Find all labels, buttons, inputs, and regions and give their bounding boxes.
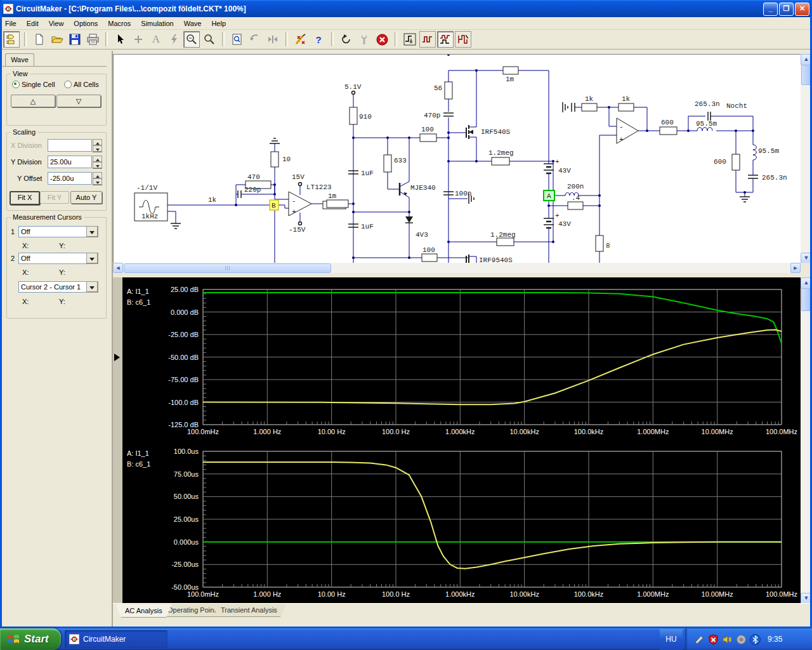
print-button[interactable] <box>84 31 101 48</box>
svg-text:200n: 200n <box>567 183 584 190</box>
scroll-left-icon[interactable]: ◄ <box>113 263 123 273</box>
minimize-button[interactable]: _ <box>763 3 778 16</box>
svg-text:1.2meg: 1.2meg <box>490 231 516 239</box>
security-shield-icon[interactable] <box>708 634 719 645</box>
tab-ac-analysis[interactable]: AC Analysis <box>115 604 172 618</box>
scroll-thumb[interactable] <box>801 65 811 85</box>
menu-wave[interactable]: Wave <box>179 18 207 29</box>
spin-up-icon[interactable] <box>93 172 102 178</box>
spin-up-icon[interactable] <box>93 156 102 162</box>
scroll-up-icon[interactable]: ▲ <box>801 277 812 289</box>
cell-down-button[interactable]: ▽ <box>56 95 101 107</box>
maximize-button[interactable]: ❐ <box>779 3 794 16</box>
spin-down-icon[interactable] <box>93 162 102 168</box>
delete-tool-button[interactable] <box>166 31 182 48</box>
chevron-down-icon[interactable] <box>86 226 98 237</box>
volume-icon[interactable] <box>722 634 733 645</box>
menu-help[interactable]: Help <box>206 18 231 29</box>
text-tool-button[interactable]: A <box>148 31 164 48</box>
scroll-right-icon[interactable]: ► <box>790 263 801 273</box>
y-division-input[interactable] <box>48 156 92 168</box>
single-cell-label: Single Cell <box>22 81 55 88</box>
x-division-label: X Division <box>11 142 42 149</box>
language-indicator[interactable]: HU <box>660 628 683 650</box>
chevron-down-icon[interactable] <box>86 281 98 293</box>
chevron-down-icon[interactable] <box>86 253 98 264</box>
reset-simulation-button[interactable] <box>338 31 355 48</box>
save-file-button[interactable] <box>67 31 83 48</box>
bluetooth-icon[interactable] <box>750 634 761 645</box>
parts-browser-button[interactable] <box>3 31 20 48</box>
x-division-input[interactable] <box>48 139 92 152</box>
zoom-tool-button[interactable] <box>183 31 200 48</box>
y-offset-input[interactable] <box>48 172 92 185</box>
stop-simulation-button[interactable] <box>374 31 390 48</box>
rotate-button[interactable] <box>247 31 263 48</box>
wire-tool-button[interactable] <box>130 31 147 48</box>
menu-file[interactable]: File <box>0 18 22 29</box>
svg-text:633: 633 <box>394 157 407 164</box>
schematic-hscrollbar[interactable]: ◄ ► <box>113 263 801 273</box>
scope-probe-mode-button[interactable] <box>402 31 418 48</box>
tab-wave[interactable]: Wave <box>5 53 34 67</box>
start-button[interactable]: Start <box>0 628 61 650</box>
tab-transient-analysis[interactable]: Transient Analysis <box>212 604 286 617</box>
mixed-wave-mode-button[interactable] <box>455 31 471 48</box>
thumb-grip <box>225 266 230 270</box>
menu-options[interactable]: Options <box>69 18 103 29</box>
menu-simulation[interactable]: Simulation <box>136 18 178 29</box>
svg-text:1.000kHz: 1.000kHz <box>445 590 475 598</box>
cursor-diff-select[interactable]: Cursor 2 - Cursor 1 <box>18 281 98 293</box>
cursor2-select[interactable]: Off <box>18 253 98 264</box>
analog-wave-mode-button[interactable] <box>437 31 454 48</box>
svg-text:LT1223: LT1223 <box>306 183 332 191</box>
auto-y-button[interactable]: Auto Y <box>70 191 102 204</box>
scroll-thumb[interactable] <box>124 263 331 273</box>
menu-edit[interactable]: Edit <box>22 18 44 29</box>
device-icon[interactable] <box>736 634 747 645</box>
y-division-spinner[interactable] <box>93 156 102 168</box>
waveform-vscrollbar[interactable]: ▲ ▼ <box>801 277 811 603</box>
probe-tool-button[interactable] <box>292 31 309 48</box>
y-offset-spinner[interactable] <box>93 172 102 185</box>
menu-view[interactable]: View <box>44 18 69 29</box>
all-cells-radio[interactable]: All Cells <box>64 81 99 88</box>
open-file-button[interactable] <box>49 31 65 48</box>
scroll-up-icon[interactable]: ▲ <box>801 54 812 65</box>
menu-macros[interactable]: Macros <box>103 18 136 29</box>
spin-down-icon[interactable] <box>93 178 102 185</box>
title-bar[interactable]: CircuitMaker - [C:\Program Files\...\com… <box>0 0 812 17</box>
x-division-spinner[interactable] <box>93 139 102 152</box>
cursors-group-title: Measurement Cursors <box>11 213 84 221</box>
window-title: CircuitMaker - [C:\Program Files\...\com… <box>16 4 246 13</box>
taskbar-item-circuitmaker[interactable]: CircuitMaker <box>65 630 167 648</box>
schematic-canvas[interactable]: -1/1V1kHz1k470220p1015V-15VLT12231m5.1V9… <box>113 54 801 263</box>
setup-tool-button[interactable] <box>356 31 372 48</box>
close-button[interactable]: ✕ <box>795 3 809 16</box>
fit-x-button[interactable]: Fit X <box>10 191 40 205</box>
zoom-in-button[interactable] <box>201 31 218 48</box>
scroll-thumb[interactable] <box>801 288 811 311</box>
svg-text:100n: 100n <box>455 190 471 197</box>
help-button[interactable]: ? <box>310 31 327 48</box>
fit-y-button[interactable]: Fit Y <box>40 191 69 204</box>
new-file-button[interactable] <box>31 31 48 48</box>
toolbar-separator <box>24 32 27 46</box>
svg-text:265.3n: 265.3n <box>762 174 787 182</box>
tablet-pen-icon[interactable] <box>694 634 705 645</box>
preview-button[interactable] <box>229 31 246 48</box>
plot-area[interactable]: 25.00 dB0.000 dB-25.00 dB-50.00 dB-75.00… <box>122 277 801 603</box>
split-view-button[interactable] <box>265 31 281 48</box>
schematic-vscrollbar[interactable]: ▲ ▼ <box>801 54 811 263</box>
toolbar-separator <box>331 32 334 46</box>
single-cell-radio[interactable]: Single Cell <box>12 81 55 88</box>
spin-up-icon[interactable] <box>93 139 102 145</box>
cell-up-button[interactable]: △ <box>11 95 55 107</box>
svg-text:1.000MHz: 1.000MHz <box>637 590 669 598</box>
schematic-labels: -1/1V1kHz1k470220p1015V-15VLT12231m5.1V9… <box>136 76 787 263</box>
taskbar-clock: 9:35 <box>768 635 782 644</box>
spin-down-icon[interactable] <box>93 145 102 152</box>
cursor1-select[interactable]: Off <box>18 226 98 237</box>
digital-wave-mode-button[interactable] <box>419 31 436 48</box>
cursor-tool-button[interactable] <box>112 31 129 48</box>
